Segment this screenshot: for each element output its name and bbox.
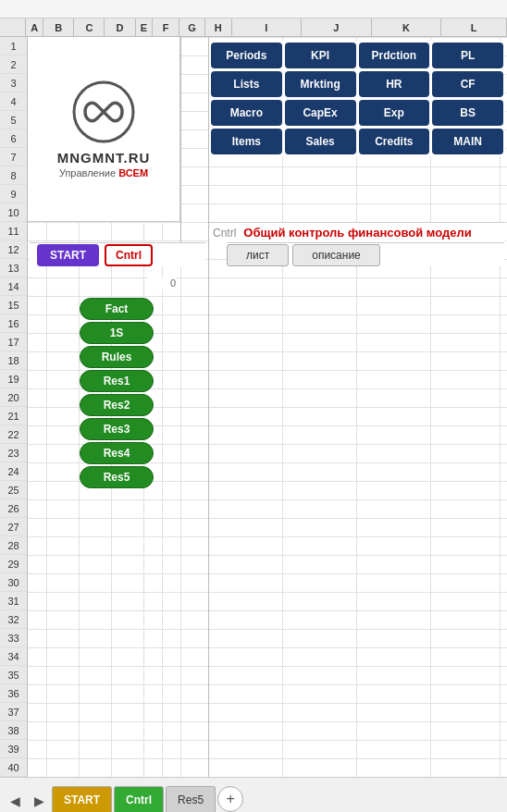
- logo-area: MNGMNT.RU Управление ВСЕМ: [28, 37, 180, 222]
- nav-btn-capex[interactable]: CapEx: [285, 100, 356, 126]
- nav-btn-prdction[interactable]: Prdction: [359, 43, 430, 68]
- nav-btn-pl[interactable]: PL: [432, 43, 503, 68]
- logo-icon: [71, 80, 136, 144]
- col-headers: A B C D E F G H I J K L: [0, 18, 507, 37]
- formula-bar-content: [6, 4, 8, 15]
- nav-btn-kpi[interactable]: KPI: [285, 43, 356, 68]
- tab-add-button[interactable]: +: [217, 786, 243, 812]
- green-btn-1s[interactable]: 1S: [80, 322, 154, 344]
- corner-cell: [0, 18, 26, 36]
- nav-btn-macro[interactable]: Macro: [211, 100, 282, 126]
- tab-res5[interactable]: Res5: [166, 786, 216, 812]
- sheet-tab-lист[interactable]: лист: [227, 244, 289, 266]
- tab-start[interactable]: START: [52, 786, 112, 812]
- tab-scroll-right[interactable]: ▶: [28, 790, 50, 812]
- logo-title: MNGMNT.RU: [57, 150, 151, 166]
- logo-subtitle: Управление ВСЕМ: [59, 167, 148, 178]
- col-header-e: E: [136, 18, 154, 36]
- nav-btn-bs[interactable]: BS: [432, 100, 503, 126]
- green-buttons-area: Fact 1S Rules Res1 Res2 Res3 Res4 Res5: [80, 298, 154, 488]
- col-header-l: L: [441, 18, 507, 36]
- cntrl-button[interactable]: Cntrl: [105, 244, 153, 266]
- green-btn-res2[interactable]: Res2: [80, 394, 154, 416]
- col-header-h: H: [205, 18, 231, 36]
- col-header-f: F: [153, 18, 179, 36]
- cntrl-row: Cntrl Общий контроль финансовой модели: [209, 222, 505, 242]
- nav-btn-main[interactable]: MAIN: [432, 129, 503, 154]
- nav-btn-periods[interactable]: Periods: [211, 43, 282, 68]
- tab-scroll-left[interactable]: ◀: [4, 790, 26, 812]
- sheet-tabs-area: лист описание: [227, 242, 504, 266]
- col-header-c: C: [74, 18, 105, 36]
- col-header-b: B: [43, 18, 74, 36]
- nav-btn-credits[interactable]: Credits: [359, 129, 430, 154]
- nav-btn-sales[interactable]: Sales: [285, 129, 356, 154]
- green-btn-res3[interactable]: Res3: [80, 418, 154, 440]
- nav-buttons-area: Periods KPI Prdction PL Lists Mrkting HR…: [209, 41, 505, 156]
- cntrl-label: Cntrl: [213, 227, 236, 240]
- green-btn-res5[interactable]: Res5: [80, 466, 154, 488]
- green-btn-res1[interactable]: Res1: [80, 370, 154, 392]
- formula-bar: [0, 0, 507, 18]
- cntrl-title: Общий контроль финансовой модели: [243, 226, 471, 240]
- nav-btn-items[interactable]: Items: [211, 129, 282, 154]
- zero-value: 0: [148, 277, 176, 289]
- tab-cntrl[interactable]: Cntrl: [114, 786, 164, 812]
- nav-btn-mrkting[interactable]: Mrkting: [285, 71, 356, 97]
- col-header-k: K: [372, 18, 442, 36]
- col-header-g: G: [179, 18, 205, 36]
- nav-btn-exp[interactable]: Exp: [359, 100, 430, 126]
- nav-btn-hr[interactable]: HR: [359, 71, 430, 97]
- sheet-tab-desc[interactable]: описание: [292, 244, 380, 266]
- green-btn-fact[interactable]: Fact: [80, 298, 154, 320]
- green-btn-res4[interactable]: Res4: [80, 442, 154, 464]
- col-header-d: D: [105, 18, 135, 36]
- col-header-i: I: [232, 18, 303, 36]
- green-btn-rules[interactable]: Rules: [80, 346, 154, 368]
- nav-btn-cf[interactable]: CF: [432, 71, 503, 97]
- col-header-a: A: [26, 18, 43, 36]
- control-buttons-row: START Cntrl: [30, 242, 205, 266]
- tab-bar: ◀ ▶ START Cntrl Res5 +: [0, 777, 507, 812]
- start-button[interactable]: START: [37, 244, 99, 266]
- col-header-j: J: [302, 18, 372, 36]
- nav-btn-lists[interactable]: Lists: [211, 71, 282, 97]
